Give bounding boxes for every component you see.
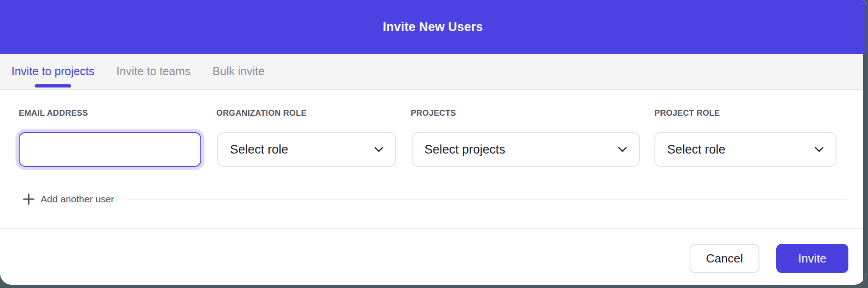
- tab-bar: Invite to projects Invite to teams Bulk …: [0, 54, 866, 90]
- cancel-button[interactable]: Cancel: [690, 244, 759, 273]
- tab-invite-to-teams[interactable]: Invite to teams: [116, 54, 191, 89]
- active-tab-underline: [35, 84, 71, 87]
- tab-label: Bulk invite: [213, 65, 265, 78]
- scrollbar[interactable]: [863, 54, 866, 285]
- project-role-select[interactable]: Select role: [654, 132, 837, 167]
- tab-label: Invite to projects: [11, 65, 94, 78]
- divider: [0, 228, 866, 229]
- email-address-input[interactable]: [19, 132, 201, 167]
- dialog-title: Invite New Users: [383, 20, 483, 34]
- projects-value: Select projects: [424, 143, 505, 157]
- dialog-header: Invite New Users: [0, 0, 866, 54]
- plus-icon: [23, 193, 35, 205]
- organization-role-label: ORGANIZATION ROLE: [216, 108, 307, 118]
- email-address-label: EMAIL ADDRESS: [19, 108, 88, 118]
- project-role-label: PROJECT ROLE: [654, 108, 720, 118]
- add-another-user-button[interactable]: Add another user: [23, 193, 114, 205]
- divider: [127, 199, 847, 200]
- chevron-down-icon: [618, 147, 627, 152]
- organization-role-value: Select role: [230, 143, 288, 157]
- tab-invite-to-projects[interactable]: Invite to projects: [11, 54, 94, 89]
- chevron-down-icon: [374, 147, 383, 152]
- page-backdrop: Invite New Users Invite to projects Invi…: [0, 0, 868, 288]
- add-user-row: Add another user: [23, 192, 847, 206]
- project-role-value: Select role: [667, 143, 726, 157]
- invite-new-users-dialog: Invite New Users Invite to projects Invi…: [0, 0, 866, 285]
- projects-select[interactable]: Select projects: [412, 132, 640, 167]
- add-another-user-label: Add another user: [41, 194, 114, 205]
- tab-label: Invite to teams: [116, 65, 191, 78]
- projects-label: PROJECTS: [411, 108, 456, 118]
- invite-button[interactable]: Invite: [776, 244, 848, 273]
- tab-bulk-invite[interactable]: Bulk invite: [213, 54, 265, 89]
- chevron-down-icon: [815, 147, 824, 152]
- organization-role-select[interactable]: Select role: [217, 132, 396, 167]
